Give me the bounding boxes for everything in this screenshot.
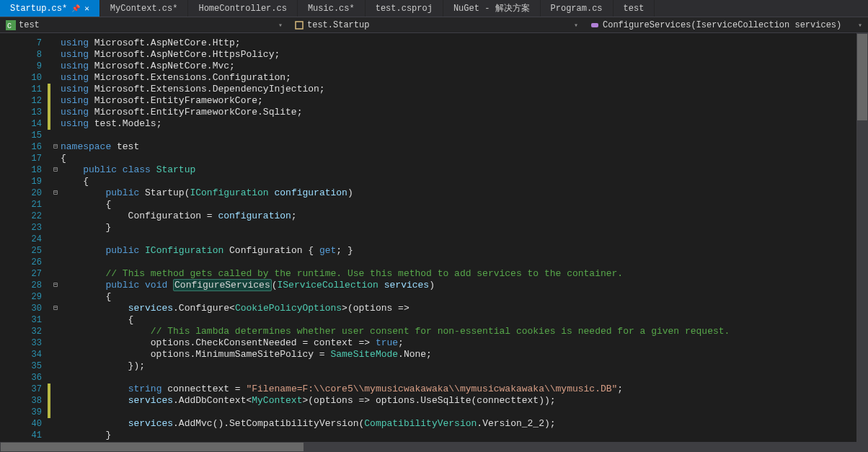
code-line[interactable]: }: [61, 430, 856, 441]
fold-toggle[interactable]: [50, 360, 61, 372]
document-tab[interactable]: Program.cs: [541, 0, 614, 17]
horizontal-scrollbar[interactable]: [0, 442, 868, 452]
code-line[interactable]: using Microsoft.Extensions.Configuration…: [61, 72, 856, 84]
tab-label: HomeController.cs: [198, 4, 286, 14]
code-content[interactable]: using Microsoft.AspNetCore.Http;using Mi…: [61, 33, 856, 442]
code-line[interactable]: [61, 234, 856, 245]
fold-toggle[interactable]: [50, 326, 61, 337]
code-line[interactable]: string connecttext = "Filename=F:\\core5…: [61, 384, 856, 395]
code-line[interactable]: {: [61, 314, 856, 326]
line-number: 17: [13, 153, 42, 164]
class-selector[interactable]: test.Startup ▾: [288, 17, 584, 32]
fold-toggle[interactable]: [50, 395, 61, 407]
svg-rect-2: [296, 22, 303, 29]
fold-toggle[interactable]: [50, 176, 61, 187]
code-line[interactable]: {: [61, 176, 856, 187]
scrollbar-thumb[interactable]: [857, 34, 867, 120]
line-number: 25: [13, 245, 42, 257]
code-line[interactable]: using Microsoft.EntityFrameworkCore;: [61, 95, 856, 107]
code-line[interactable]: using Microsoft.AspNetCore.Http;: [61, 37, 856, 49]
fold-toggle[interactable]: [50, 430, 61, 441]
fold-toggle[interactable]: [50, 268, 61, 280]
code-line[interactable]: using Microsoft.Extensions.DependencyInj…: [61, 84, 856, 95]
code-line[interactable]: services.AddDbContext<MyContext>(options…: [61, 395, 856, 407]
code-line[interactable]: // This lambda determines whether user c…: [61, 326, 856, 337]
scrollbar-thumb[interactable]: [1, 443, 304, 451]
document-tab[interactable]: NuGet - 解决方案: [443, 0, 541, 17]
code-line[interactable]: public Startup(IConfiguration configurat…: [61, 187, 856, 199]
fold-toggle[interactable]: [50, 84, 61, 95]
code-line[interactable]: public IConfiguration Configuration { ge…: [61, 245, 856, 257]
fold-toggle[interactable]: [50, 118, 61, 130]
fold-toggle[interactable]: [50, 407, 61, 418]
code-line[interactable]: [61, 257, 856, 268]
fold-toggle[interactable]: [50, 61, 61, 72]
fold-toggle[interactable]: [50, 372, 61, 384]
csharp-project-icon: C: [6, 20, 16, 30]
code-line[interactable]: Configuration = configuration;: [61, 211, 856, 222]
code-line[interactable]: // This method gets called by the runtim…: [61, 268, 856, 280]
fold-toggle[interactable]: ⊟: [50, 187, 61, 199]
code-line[interactable]: using Microsoft.AspNetCore.HttpsPolicy;: [61, 49, 856, 61]
fold-toggle[interactable]: [50, 95, 61, 107]
fold-toggle[interactable]: [50, 245, 61, 257]
code-editor[interactable]: 7891011121314151617181920212223242526272…: [0, 33, 868, 442]
document-tab[interactable]: test.csproj: [366, 0, 443, 17]
code-line[interactable]: [61, 407, 856, 418]
fold-toggle[interactable]: [50, 384, 61, 395]
fold-toggle[interactable]: ⊟: [50, 141, 61, 153]
member-selector[interactable]: ConfigureServices(IserviceCollection ser…: [584, 17, 868, 32]
code-line[interactable]: [61, 130, 856, 141]
close-icon[interactable]: ✕: [84, 4, 89, 13]
fold-toggle[interactable]: [50, 418, 61, 430]
code-line[interactable]: services.Configure<CookiePolicyOptions>(…: [61, 303, 856, 314]
code-line[interactable]: using test.Models;: [61, 118, 856, 130]
document-tab[interactable]: Startup.cs*📌✕: [0, 0, 100, 17]
code-line[interactable]: public class Startup: [61, 164, 856, 176]
fold-toggle[interactable]: [50, 153, 61, 164]
document-tab[interactable]: MyContext.cs*: [100, 0, 189, 17]
fold-toggle[interactable]: [50, 234, 61, 245]
code-line[interactable]: using Microsoft.AspNetCore.Mvc;: [61, 61, 856, 72]
code-line[interactable]: public void ConfigureServices(IServiceCo…: [61, 280, 856, 291]
code-line[interactable]: [61, 372, 856, 384]
fold-toggle[interactable]: [50, 199, 61, 211]
fold-toggle[interactable]: [50, 291, 61, 303]
fold-toggle[interactable]: [50, 107, 61, 118]
fold-toggle[interactable]: [50, 349, 61, 360]
code-line[interactable]: {: [61, 199, 856, 211]
line-number: 22: [13, 211, 42, 222]
fold-toggle[interactable]: [50, 211, 61, 222]
project-selector[interactable]: C test ▾: [0, 17, 288, 32]
fold-toggle[interactable]: [50, 337, 61, 349]
document-tab[interactable]: HomeController.cs: [188, 0, 297, 17]
document-tab[interactable]: test: [614, 0, 655, 17]
svg-rect-3: [591, 23, 598, 27]
code-line[interactable]: {: [61, 153, 856, 164]
fold-toggle[interactable]: [50, 314, 61, 326]
fold-toggle[interactable]: ⊟: [50, 164, 61, 176]
code-line[interactable]: options.CheckConsentNeeded = context => …: [61, 337, 856, 349]
line-number: 19: [13, 176, 42, 187]
fold-toggle[interactable]: [50, 37, 61, 49]
code-line[interactable]: }: [61, 222, 856, 234]
code-line[interactable]: using Microsoft.EntityFrameworkCore.Sqli…: [61, 107, 856, 118]
document-tab[interactable]: Music.cs*: [298, 0, 366, 17]
fold-toggle[interactable]: [50, 72, 61, 84]
line-number: 12: [13, 95, 42, 107]
fold-toggle[interactable]: [50, 257, 61, 268]
fold-toggle[interactable]: ⊟: [50, 303, 61, 314]
line-number: 18: [13, 164, 42, 176]
fold-toggle[interactable]: [50, 49, 61, 61]
outlining-margin[interactable]: ⊟⊟⊟⊟⊟: [50, 33, 61, 442]
fold-toggle[interactable]: [50, 130, 61, 141]
fold-toggle[interactable]: [50, 222, 61, 234]
code-line[interactable]: {: [61, 291, 856, 303]
code-line[interactable]: });: [61, 360, 856, 372]
code-line[interactable]: namespace test: [61, 141, 856, 153]
fold-toggle[interactable]: ⊟: [50, 280, 61, 291]
code-line[interactable]: options.MinimumSameSitePolicy = SameSite…: [61, 349, 856, 360]
vertical-scrollbar[interactable]: [856, 33, 868, 442]
project-label: test: [19, 20, 40, 30]
code-line[interactable]: services.AddMvc().SetCompatibilityVersio…: [61, 418, 856, 430]
